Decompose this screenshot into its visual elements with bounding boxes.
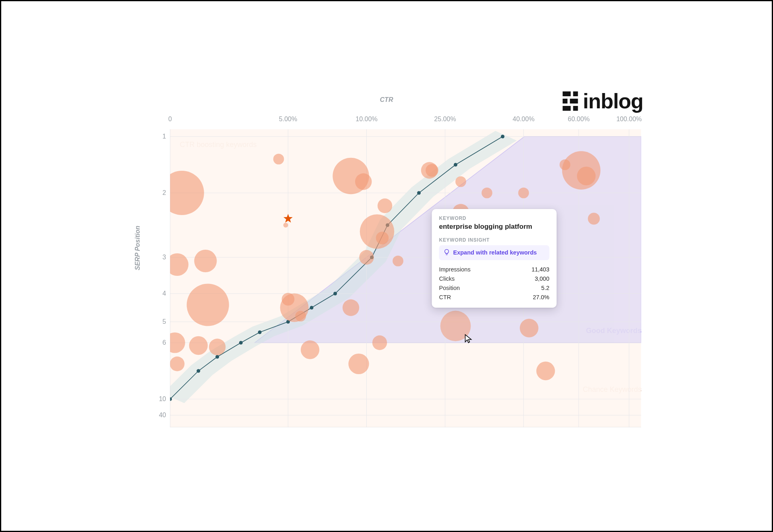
brand-mark-icon [563, 91, 578, 111]
svg-point-25 [310, 306, 314, 309]
brand-name: inblog [583, 89, 643, 113]
tooltip-row-clicks: Clicks 3,000 [439, 274, 550, 284]
x-tick-25: 25.00% [434, 116, 456, 123]
svg-point-29 [417, 191, 421, 195]
expand-keywords-label: Expand with related keywords [453, 249, 537, 256]
tooltip-keyword-label: KEYWORD [439, 215, 550, 221]
tooltip-impressions-label: Impressions [439, 266, 471, 273]
x-tick-5: 5.00% [279, 116, 297, 123]
keyword-bubble[interactable] [295, 311, 306, 321]
keyword-bubble[interactable] [426, 164, 438, 177]
x-tick-60: 60.00% [568, 116, 589, 123]
keyword-bubble[interactable] [359, 250, 374, 265]
tooltip-ctr-value: 27.0% [533, 294, 549, 300]
y-tick-5: 5 [150, 318, 166, 325]
svg-point-22 [239, 341, 243, 344]
keyword-bubble[interactable] [372, 335, 387, 350]
keyword-bubble[interactable] [189, 336, 208, 354]
keyword-bubble[interactable] [187, 284, 229, 326]
x-tick-100: 100.00% [616, 116, 642, 123]
svg-point-31 [501, 135, 504, 138]
keyword-tooltip: KEYWORD enterprise blogging platform KEY… [432, 209, 557, 308]
y-axis-title: SERP Position [134, 226, 141, 270]
y-tick-2: 2 [150, 189, 166, 197]
x-axis-title: CTR [380, 96, 393, 104]
keyword-bubble[interactable] [209, 338, 225, 355]
tooltip-position-value: 5.2 [541, 285, 549, 291]
tooltip-row-impressions: Impressions 11,403 [439, 265, 550, 274]
svg-point-26 [333, 292, 337, 295]
keyword-bubble[interactable] [301, 340, 319, 359]
svg-point-20 [196, 369, 200, 373]
keyword-bubble[interactable] [393, 255, 403, 266]
expand-keywords-button[interactable]: Expand with related keywords [439, 245, 550, 260]
x-tick-40: 40.00% [513, 116, 534, 123]
lightbulb-icon [444, 249, 450, 257]
chart-canvas: inblog CTR SERP Position 0 5.00% 10.00% … [122, 85, 651, 447]
keyword-bubble[interactable] [577, 166, 595, 185]
x-tick-10: 10.00% [355, 116, 377, 123]
tooltip-row-ctr: CTR 27.0% [439, 293, 550, 302]
keyword-bubble[interactable] [273, 153, 284, 164]
y-tick-6: 6 [150, 339, 166, 346]
keyword-bubble[interactable] [348, 353, 369, 374]
tooltip-position-label: Position [439, 285, 460, 291]
y-tick-3: 3 [150, 254, 166, 261]
keyword-bubble[interactable] [518, 187, 529, 198]
tooltip-ctr-label: CTR [439, 294, 451, 300]
keyword-bubble[interactable] [588, 213, 600, 225]
tooltip-clicks-label: Clicks [439, 275, 455, 282]
x-tick-0: 0 [168, 116, 172, 123]
tooltip-impressions-value: 11,403 [531, 266, 549, 273]
svg-point-23 [258, 330, 262, 334]
keyword-bubble[interactable] [283, 223, 288, 228]
y-tick-4: 4 [150, 290, 166, 297]
keyword-bubble[interactable] [194, 249, 217, 272]
y-tick-1: 1 [150, 133, 166, 140]
tooltip-clicks-value: 3,000 [535, 275, 549, 282]
tooltip-keyword: enterprise blogging platform [439, 223, 550, 231]
y-tick-40: 40 [150, 412, 166, 419]
keyword-bubble[interactable] [376, 232, 389, 244]
svg-point-21 [215, 355, 219, 358]
y-tick-10: 10 [150, 395, 166, 403]
tooltip-insight-label: KEYWORD INSIGHT [439, 237, 550, 243]
keyword-bubble[interactable] [170, 356, 185, 371]
keyword-bubble[interactable] [520, 319, 538, 337]
keyword-bubble[interactable] [355, 173, 372, 190]
keyword-bubble[interactable] [482, 187, 492, 198]
keyword-bubble[interactable] [455, 176, 466, 187]
keyword-bubble[interactable] [343, 299, 359, 316]
keyword-bubble[interactable] [536, 361, 555, 380]
keyword-bubble[interactable] [440, 311, 471, 341]
tooltip-row-position: Position 5.2 [439, 284, 550, 293]
keyword-bubble[interactable] [378, 198, 393, 213]
keyword-bubble[interactable] [360, 214, 395, 249]
bubble-plot[interactable] [170, 129, 641, 427]
svg-point-30 [454, 163, 457, 166]
brand-logo: inblog [563, 89, 643, 113]
